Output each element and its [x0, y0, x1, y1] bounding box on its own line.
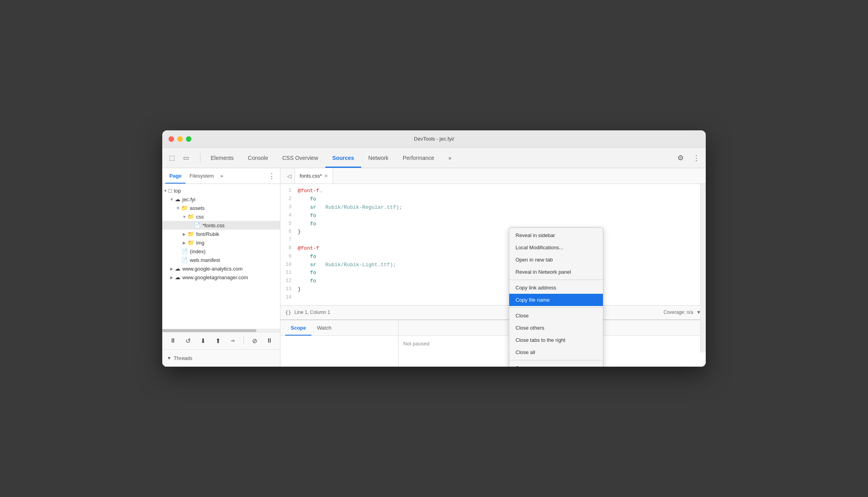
deactivate-breakpoints-button[interactable]: ⊘ — [249, 335, 260, 347]
tree-arrow-top: ▼ — [162, 189, 169, 193]
device-mode-icon[interactable]: ▭ — [180, 152, 192, 164]
ctx-close-all[interactable]: Close all — [509, 346, 603, 358]
format-button[interactable]: {} — [285, 310, 291, 315]
tree-arrow-font-rubik: ▶ — [181, 232, 187, 236]
tree-item-gtm[interactable]: ▶ ☁ www.googletagmanager.com — [162, 273, 280, 282]
dont-pause-exceptions-button[interactable]: ⏸ — [263, 335, 275, 347]
tree-item-assets[interactable]: ▼ 📁 assets — [162, 204, 280, 212]
tree-item-css[interactable]: ▼ 📁 css — [162, 212, 280, 221]
line-num-9: 9 — [280, 253, 296, 261]
code-tabs: ◁ fonts.css* ✕ — [280, 168, 706, 184]
ctx-close-others[interactable]: Close others — [509, 322, 603, 334]
code-line-11: 11 fo — [280, 269, 706, 277]
sidebar-scrollbar-thumb[interactable] — [162, 329, 256, 332]
line-content-11: fo — [296, 269, 706, 277]
ctx-open-new-tab[interactable]: Open in new tab — [509, 254, 603, 266]
tree-item-fonts-css[interactable]: ▶ 📄 *fonts.css — [162, 221, 280, 230]
tree-item-web-manifest[interactable]: ▶ 📄 web.manifest — [162, 256, 280, 264]
maximize-button[interactable] — [186, 136, 191, 142]
devtools-main: ⬚ ▭ Elements Console CSS Overview Source… — [162, 148, 706, 366]
folder-icon-img: 📁 — [187, 239, 194, 246]
line-content-3: sr Rubik/Rubik-Regular.ttf); — [296, 204, 706, 212]
line-num-14: 14 — [280, 294, 296, 302]
main-toolbar: ⬚ ▭ Elements Console CSS Overview Source… — [162, 148, 706, 168]
sidebar-tab-page[interactable]: Page — [165, 171, 185, 180]
line-num-2: 2 — [280, 195, 296, 204]
step-into-button[interactable]: ⬇ — [197, 335, 209, 347]
threads-section[interactable]: ▼ Threads — [162, 349, 280, 367]
sidebar-scrollbar[interactable] — [162, 329, 280, 332]
line-num-3: 3 — [280, 204, 296, 212]
ctx-save-as[interactable]: Save as... — [509, 362, 603, 366]
ctx-close[interactable]: Close — [509, 310, 603, 322]
code-line-7: 7 — [280, 236, 706, 245]
main-content: Page Filesystem » ⋮ ▼ □ top — [162, 168, 706, 366]
ctx-copy-link[interactable]: Copy link address — [509, 282, 603, 294]
ctx-local-modifications[interactable]: Local Modifications... — [509, 241, 603, 254]
bottom-left-panel: Scope Watch — [280, 320, 399, 367]
ctx-reveal-network[interactable]: Reveal in Network panel — [509, 266, 603, 278]
tab-sources[interactable]: Sources — [325, 148, 361, 168]
tree-item-font-rubik[interactable]: ▶ 📁 font/Rubik — [162, 230, 280, 238]
step-out-button[interactable]: ⬆ — [212, 335, 224, 347]
code-editor[interactable]: 1 @font-f… 2 fo 3 sr Rubik/Rubik-Regular… — [280, 184, 706, 305]
ctx-reveal-sidebar[interactable]: Reveal in sidebar — [509, 229, 603, 241]
inspect-element-icon[interactable]: ⬚ — [165, 152, 178, 164]
minimize-button[interactable] — [177, 136, 183, 142]
cursor-position: Line 1, Column 1 — [295, 310, 330, 315]
line-content-6: } — [296, 228, 706, 236]
line-content-2: fo — [296, 195, 706, 204]
tab-more[interactable]: » — [441, 148, 459, 168]
tree-item-img[interactable]: ▶ 📁 img — [162, 238, 280, 247]
code-line-12: 12 fo — [280, 277, 706, 286]
tab-css-overview[interactable]: CSS Overview — [275, 148, 325, 168]
more-options-icon[interactable]: ⋮ — [690, 152, 703, 164]
folder-icon-font-rubik: 📁 — [187, 231, 194, 237]
settings-icon[interactable]: ⚙ — [674, 152, 687, 164]
bottom-tab-scope[interactable]: Scope — [285, 323, 312, 332]
sidebar-tab-more[interactable]: » — [218, 171, 225, 180]
tree-label-img: img — [196, 240, 204, 246]
line-num-5: 5 — [280, 220, 296, 228]
tree-label-gtm: www.googletagmanager.com — [182, 274, 248, 280]
tree-item-google-analytics[interactable]: ▶ ☁ www.google-analytics.com — [162, 264, 280, 273]
tab-network[interactable]: Network — [361, 148, 395, 168]
line-num-1: 1 — [280, 187, 296, 195]
code-tab-close-icon[interactable]: ✕ — [324, 173, 328, 179]
bottom-tab-watch[interactable]: Watch — [312, 323, 337, 332]
tree-item-index[interactable]: ▶ 📄 (index) — [162, 247, 280, 256]
code-line-9: 9 fo — [280, 253, 706, 261]
step-button[interactable]: ⇒ — [227, 335, 239, 347]
sidebar-tab-filesystem[interactable]: Filesystem — [185, 171, 218, 180]
ctx-copy-filename[interactable]: Copy file name — [509, 294, 603, 306]
vertical-scrollbar[interactable] — [700, 184, 706, 352]
tab-elements[interactable]: Elements — [204, 148, 241, 168]
code-line-13: 13 } — [280, 286, 706, 294]
tree-item-jec-fyi[interactable]: ▼ ☁ jec.fyi — [162, 195, 280, 204]
ctx-close-right[interactable]: Close tabs to the right — [509, 334, 603, 346]
pause-button[interactable]: ⏸ — [167, 335, 179, 347]
line-num-11: 11 — [280, 269, 296, 277]
line-content-8: @font-f — [296, 245, 706, 253]
tab-console[interactable]: Console — [241, 148, 275, 168]
close-button[interactable] — [169, 136, 174, 142]
code-tab-fonts-css[interactable]: fonts.css* ✕ — [295, 168, 333, 184]
folder-icon-assets: 📁 — [181, 205, 188, 211]
sidebar-menu-icon[interactable]: ⋮ — [267, 170, 277, 182]
line-content-13: } — [296, 286, 706, 294]
coverage-label: Coverage: n/a — [664, 310, 693, 315]
bottom-panel: Scope Watch Not paused — [280, 319, 706, 367]
tree-label-index: (index) — [190, 248, 206, 254]
line-num-8: 8 — [280, 245, 296, 253]
tree-item-top[interactable]: ▼ □ top — [162, 186, 280, 195]
line-num-4: 4 — [280, 212, 296, 220]
step-over-button[interactable]: ↺ — [182, 335, 194, 347]
bottom-tabs: Scope Watch — [280, 320, 398, 336]
cloud-icon-analytics: ☁ — [175, 265, 180, 272]
line-content-12: fo — [296, 277, 706, 286]
code-line-14: 14 — [280, 294, 706, 302]
line-content-14 — [296, 294, 706, 302]
toggle-sidebar-icon[interactable]: ◁ — [284, 171, 295, 182]
tree-arrow-gtm: ▶ — [169, 275, 175, 280]
tab-performance[interactable]: Performance — [395, 148, 441, 168]
